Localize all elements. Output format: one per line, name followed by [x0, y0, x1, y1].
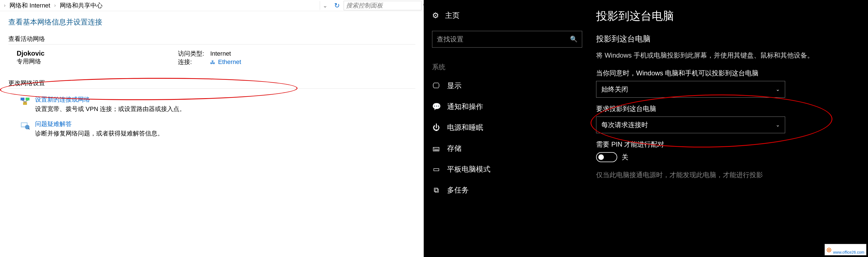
page-title: 投影到这台电脑: [596, 8, 857, 24]
multitask-icon: ⧉: [432, 186, 440, 194]
troubleshoot-link[interactable]: 问题疑难解答: [35, 120, 163, 128]
access-type-label: 访问类型:: [178, 50, 209, 58]
sidebar-item-label: 多任务: [447, 185, 469, 195]
ask-to-project-label: 要求投影到这台电脑: [596, 104, 857, 113]
page-title: 查看基本网络信息并设置连接: [8, 15, 415, 32]
sidebar-item-label: 通知和操作: [447, 102, 483, 112]
plugged-in-help: 仅当此电脑接通电源时，才能发现此电脑，才能进行投影: [596, 171, 857, 179]
breadcrumb: › 网络和 Internet › 网络和共享中心: [2, 1, 102, 10]
notifications-icon: 💬: [432, 102, 440, 111]
refresh-icon[interactable]: ↻: [330, 2, 344, 9]
sidebar-item-display[interactable]: 🖵 显示: [424, 75, 591, 96]
svg-line-4: [25, 101, 28, 102]
access-type-value: Internet: [210, 50, 231, 57]
svg-rect-0: [21, 97, 25, 101]
svg-line-3: [23, 101, 25, 102]
sidebar-item-label: 电源和睡眠: [447, 123, 483, 133]
settings-search[interactable]: 🔍: [432, 31, 582, 48]
chevron-down-icon: ⌄: [776, 122, 780, 128]
sidebar-item-label: 存储: [447, 144, 462, 153]
home-button[interactable]: ⚙ 主页: [424, 7, 591, 24]
ethernet-icon: 🖧: [210, 59, 215, 65]
settings-search-input[interactable]: [437, 35, 570, 43]
office-logo-icon: ◎: [827, 246, 831, 253]
search-icon[interactable]: 🔍: [570, 36, 578, 43]
active-network-row: Djokovic 专用网络 访问类型: Internet 连接: 🖧 Ether…: [8, 48, 415, 68]
troubleshoot[interactable]: 问题疑难解答 诊断并修复网络问题，或者获得疑难解答信息。: [8, 117, 415, 141]
gear-icon: ⚙: [432, 11, 439, 20]
ask-to-project-dropdown[interactable]: 每次请求连接时 ⌄: [596, 117, 785, 133]
settings-sidebar: ⚙ 主页 🔍 系统 🖵 显示 💬 通知和操作 ⏻ 电源和睡眠 🖴 存储 ▭ 平板…: [424, 0, 591, 257]
breadcrumb-sharing-center[interactable]: 网络和共享中心: [60, 1, 102, 10]
chevron-right-icon[interactable]: ›: [2, 2, 7, 8]
troubleshoot-icon: [20, 120, 31, 131]
setup-connection-desc: 设置宽带、拨号或 VPN 连接；或设置路由器或接入点。: [35, 105, 185, 113]
dropdown-value: 始终关闭: [601, 85, 628, 94]
sidebar-item-storage[interactable]: 🖴 存储: [424, 138, 591, 159]
toggle-state-label: 关: [622, 153, 628, 162]
breadcrumb-network-internet[interactable]: 网络和 Internet: [9, 1, 50, 10]
section-active-networks: 查看活动网络: [8, 35, 415, 43]
control-panel-search[interactable]: 🔍: [344, 1, 422, 10]
setup-new-connection[interactable]: 设置新的连接或网络 设置宽带、拨号或 VPN 连接；或设置路由器或接入点。: [8, 92, 415, 117]
sidebar-item-power[interactable]: ⏻ 电源和睡眠: [424, 117, 591, 138]
section-subtitle: 投影到这台电脑: [596, 34, 857, 44]
svg-rect-2: [23, 102, 27, 105]
settings-window: ⚙ 主页 🔍 系统 🖵 显示 💬 通知和操作 ⏻ 电源和睡眠 🖴 存储 ▭ 平板…: [424, 0, 868, 257]
toggle-knob: [598, 154, 604, 160]
category-system: 系统: [424, 54, 591, 75]
sidebar-item-label: 显示: [447, 81, 462, 91]
display-icon: 🖵: [432, 82, 440, 90]
home-label: 主页: [445, 10, 460, 20]
control-panel-body: 查看基本网络信息并设置连接 查看活动网络 Djokovic 专用网络 访问类型:…: [0, 11, 424, 145]
connection-label: 连接:: [178, 58, 209, 66]
sidebar-item-notifications[interactable]: 💬 通知和操作: [424, 96, 591, 117]
svg-line-8: [28, 128, 29, 129]
settings-main: 投影到这台电脑 投影到这台电脑 将 Windows 手机或电脑投影到此屏幕，并使…: [591, 0, 868, 257]
projection-permission-label: 当你同意时，Windows 电脑和手机可以投影到这台电脑: [596, 69, 857, 78]
dropdown-value: 每次请求连接时: [601, 120, 648, 129]
watermark-brand: Office教程网: [833, 245, 864, 250]
svg-rect-1: [26, 97, 29, 101]
sidebar-item-label: 平板电脑模式: [447, 164, 490, 174]
network-name: Djokovic: [17, 50, 178, 57]
address-bar: › 网络和 Internet › 网络和共享中心 ⌄ ↻ 🔍: [0, 0, 424, 11]
chevron-right-icon: ›: [53, 2, 58, 8]
projection-permission-dropdown[interactable]: 始终关闭 ⌄: [596, 81, 785, 97]
setup-connection-link[interactable]: 设置新的连接或网络: [35, 95, 185, 104]
chevron-down-icon: ⌄: [776, 86, 780, 92]
section-description: 将 Windows 手机或电脑投影到此屏幕，并使用其键盘、鼠标和其他设备。: [596, 50, 857, 60]
troubleshoot-desc: 诊断并修复网络问题，或者获得疑难解答信息。: [35, 129, 163, 138]
network-setup-icon: [20, 95, 31, 107]
sidebar-item-tablet[interactable]: ▭ 平板电脑模式: [424, 159, 591, 180]
require-pin-label: 需要 PIN 才能进行配对: [596, 140, 857, 149]
watermark: ◎ Office教程网 www.office26.com: [825, 244, 866, 255]
control-panel-window: › 网络和 Internet › 网络和共享中心 ⌄ ↻ 🔍 查看基本网络信息并…: [0, 0, 424, 257]
ethernet-link[interactable]: Ethernet: [218, 58, 241, 65]
search-input[interactable]: [346, 2, 423, 9]
watermark-url: www.office26.com: [833, 250, 864, 255]
power-icon: ⏻: [432, 123, 440, 132]
divider: [8, 44, 415, 45]
section-change-settings: 更改网络设置: [8, 79, 415, 87]
sidebar-item-multitask[interactable]: ⧉ 多任务: [424, 180, 591, 201]
require-pin-toggle[interactable]: [596, 152, 617, 162]
tablet-icon: ▭: [432, 165, 440, 174]
storage-icon: 🖴: [432, 144, 440, 153]
divider: [8, 88, 415, 89]
network-profile: 专用网络: [17, 57, 178, 66]
address-dropdown-icon[interactable]: ⌄: [320, 1, 330, 10]
